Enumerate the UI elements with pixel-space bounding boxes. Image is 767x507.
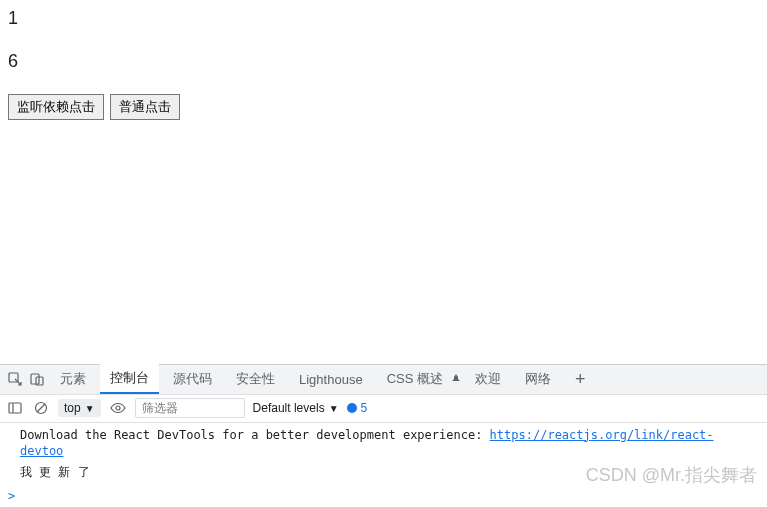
value-2: 6: [8, 51, 759, 72]
tab-elements[interactable]: 元素: [50, 364, 96, 394]
device-toggle-icon[interactable]: [28, 370, 46, 388]
pin-icon: [451, 370, 461, 388]
svg-line-6: [37, 404, 45, 412]
clear-console-icon[interactable]: [32, 399, 50, 417]
listen-dependency-button[interactable]: 监听依赖点击: [8, 94, 104, 120]
dropdown-arrow-icon: ▼: [329, 403, 339, 414]
page-content: 1 6 监听依赖点击 普通点击: [0, 0, 767, 128]
log-text: Download the React DevTools for a better…: [20, 428, 490, 442]
console-prompt[interactable]: >: [0, 485, 767, 507]
svg-point-7: [116, 406, 120, 410]
issue-dot-icon: [347, 403, 357, 413]
live-expression-icon[interactable]: [109, 399, 127, 417]
devtools-tabs: 元素 控制台 源代码 安全性 Lighthouse CSS 概述 欢迎 网络 +: [0, 365, 767, 395]
console-log-area: Download the React DevTools for a better…: [0, 423, 767, 485]
console-toolbar: top ▼ Default levels ▼ 5: [0, 395, 767, 423]
tab-network[interactable]: 网络: [515, 364, 561, 394]
tab-welcome[interactable]: 欢迎: [465, 364, 511, 394]
tab-lighthouse[interactable]: Lighthouse: [289, 364, 373, 394]
issues-badge[interactable]: 5: [347, 401, 368, 415]
tab-css-overview[interactable]: CSS 概述: [377, 364, 453, 394]
value-1: 1: [8, 8, 759, 29]
inspect-element-icon[interactable]: [6, 370, 24, 388]
tab-security[interactable]: 安全性: [226, 364, 285, 394]
svg-rect-1: [31, 374, 39, 384]
dropdown-arrow-icon: ▼: [85, 403, 95, 414]
add-tab-icon[interactable]: +: [565, 369, 596, 390]
levels-label: Default levels: [253, 401, 325, 415]
button-row: 监听依赖点击 普通点击: [8, 94, 759, 120]
normal-click-button[interactable]: 普通点击: [110, 94, 180, 120]
devtools-panel: 元素 控制台 源代码 安全性 Lighthouse CSS 概述 欢迎 网络 +…: [0, 364, 767, 507]
console-log-line: 我 更 新 了: [20, 462, 747, 483]
tab-console[interactable]: 控制台: [100, 364, 159, 394]
context-label: top: [64, 401, 81, 415]
prompt-chevron-icon: >: [8, 489, 15, 503]
console-log-line: Download the React DevTools for a better…: [20, 425, 747, 463]
log-levels-selector[interactable]: Default levels ▼: [253, 401, 339, 415]
issues-count: 5: [361, 401, 368, 415]
context-selector[interactable]: top ▼: [58, 399, 101, 417]
toggle-sidebar-icon[interactable]: [6, 399, 24, 417]
svg-rect-3: [9, 403, 21, 413]
tab-sources[interactable]: 源代码: [163, 364, 222, 394]
filter-input[interactable]: [135, 398, 245, 418]
